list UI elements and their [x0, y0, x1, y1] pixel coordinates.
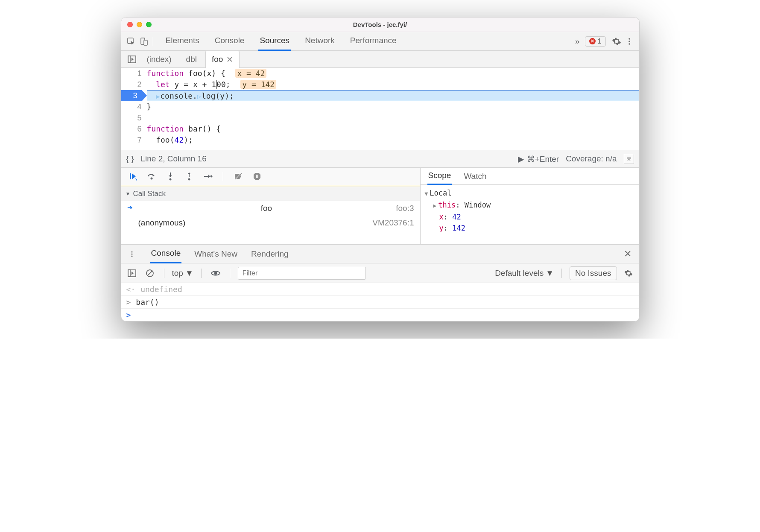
settings-icon[interactable]: [610, 35, 623, 48]
more-tabs-icon[interactable]: »: [575, 37, 580, 46]
call-stack-header[interactable]: ▼ Call Stack: [121, 187, 420, 201]
file-tab-index[interactable]: (index): [141, 51, 178, 67]
svg-point-12: [188, 178, 190, 181]
window-title: DevTools - jec.fyi/: [121, 21, 639, 28]
step-icon[interactable]: [202, 170, 214, 183]
tab-console[interactable]: Console: [213, 32, 246, 51]
tab-network[interactable]: Network: [304, 32, 336, 51]
step-into-icon[interactable]: [164, 170, 177, 183]
chevron-down-icon: ▼: [185, 269, 193, 278]
clear-console-icon[interactable]: [143, 267, 156, 280]
file-tab-foo[interactable]: foo ✕: [205, 51, 240, 68]
line-number[interactable]: 4: [121, 101, 142, 112]
device-toggle-icon[interactable]: [137, 35, 150, 48]
svg-rect-22: [128, 270, 130, 277]
scope-value: 142: [452, 224, 465, 232]
svg-point-11: [169, 178, 171, 181]
input-prompt-icon: >: [126, 310, 131, 319]
call-stack-frame[interactable]: (anonymous) VM20376:1: [121, 216, 420, 230]
tab-elements[interactable]: Elements: [164, 32, 201, 51]
call-stack-title: Call Stack: [133, 190, 166, 198]
svg-point-4: [628, 41, 630, 42]
frame-name: foo: [261, 204, 272, 213]
drawer-tab-rendering[interactable]: Rendering: [250, 245, 289, 263]
kebab-menu-icon[interactable]: [623, 35, 636, 48]
error-count: 1: [598, 38, 602, 45]
devtools-window: DevTools - jec.fyi/ Elements Console Sou…: [121, 17, 640, 322]
close-drawer-icon[interactable]: ✕: [620, 248, 635, 260]
scope-watch-tabs: Scope Watch: [421, 168, 639, 185]
frame-location: VM20376:1: [372, 218, 414, 228]
line-number[interactable]: 7: [121, 134, 142, 146]
console-text: bar(): [136, 298, 159, 307]
file-tab-dbl[interactable]: dbl: [180, 51, 203, 67]
show-navigator-icon[interactable]: [126, 53, 138, 66]
line-number[interactable]: 6: [121, 123, 142, 134]
inline-value-hint: y = 142: [240, 80, 276, 89]
code-lines[interactable]: function foo(x) { x = 42 let y = x + 100…: [147, 68, 639, 150]
console-text: undefined: [140, 285, 182, 294]
frame-name: (anonymous): [127, 218, 186, 228]
scope-value: Window: [465, 201, 491, 209]
line-number[interactable]: 1: [121, 68, 142, 79]
step-out-icon[interactable]: [183, 170, 196, 183]
inspect-element-icon[interactable]: [125, 35, 137, 48]
pause-on-exceptions-icon[interactable]: [251, 170, 263, 183]
drawer-tab-console[interactable]: Console: [150, 244, 182, 263]
console-filter-input[interactable]: [238, 267, 366, 280]
run-snippet-hint[interactable]: ▶︎ ⌘+Enter: [518, 154, 559, 164]
tab-performance[interactable]: Performance: [349, 32, 398, 51]
drawer-tab-whatsnew[interactable]: What's New: [193, 245, 238, 263]
svg-point-3: [628, 38, 630, 40]
scope-tree[interactable]: ▼Local ▶this: Window x: 42 y: 142: [421, 185, 639, 236]
disclosure-triangle-icon[interactable]: ▼: [425, 190, 428, 197]
context-selector[interactable]: top ▼: [172, 269, 193, 278]
tab-watch[interactable]: Watch: [463, 168, 487, 184]
console-prompt[interactable]: >: [121, 309, 639, 321]
live-expression-icon[interactable]: [209, 267, 222, 280]
console-input-line: > bar(): [121, 296, 639, 309]
code-editor[interactable]: 1 2 3 4 5 6 7 function foo(x) { x = 42 l…: [121, 68, 639, 150]
svg-rect-2: [144, 40, 147, 45]
disclosure-triangle-icon[interactable]: ▶: [433, 202, 437, 209]
result-prompt-icon: <·: [126, 285, 136, 294]
svg-rect-8: [130, 173, 131, 179]
console-output[interactable]: <· undefined > bar() >: [121, 283, 639, 321]
console-toolbar: top ▼ Default levels ▼ No Issues: [121, 263, 639, 283]
log-levels-selector[interactable]: Default levels ▼: [495, 269, 554, 278]
line-number[interactable]: 2: [121, 79, 142, 90]
call-stack-frame[interactable]: foo foo:3: [121, 201, 420, 216]
line-gutter[interactable]: 1 2 3 4 5 6 7: [121, 68, 147, 150]
frame-location: foo:3: [396, 204, 414, 213]
input-prompt-icon: >: [126, 298, 131, 307]
inline-value-hint: x = 42: [235, 69, 266, 78]
line-number[interactable]: 5: [121, 112, 142, 123]
console-settings-icon[interactable]: [622, 267, 635, 280]
debugger-pane: ▼ Call Stack foo foo:3 (anonymous) VM203…: [121, 168, 639, 245]
tab-sources[interactable]: Sources: [258, 32, 291, 51]
debugger-toolbar: [121, 168, 420, 187]
deactivate-breakpoints-icon[interactable]: [232, 170, 245, 183]
resume-script-icon[interactable]: [126, 170, 139, 183]
scope-key: this: [438, 201, 456, 209]
sidebar-toggle-icon[interactable]: [624, 154, 634, 164]
tab-scope[interactable]: Scope: [427, 168, 452, 185]
drawer-tabs: Console What's New Rendering ✕: [121, 245, 639, 263]
svg-point-13: [210, 175, 212, 178]
svg-rect-16: [256, 175, 257, 178]
coverage-status: Coverage: n/a: [566, 154, 617, 164]
svg-point-18: [131, 251, 132, 252]
svg-point-20: [131, 255, 132, 257]
svg-rect-17: [257, 175, 258, 178]
step-over-icon[interactable]: [145, 170, 158, 183]
svg-point-25: [214, 272, 217, 275]
error-count-pill[interactable]: ✕ 1: [585, 36, 606, 47]
svg-line-24: [147, 271, 152, 275]
breakpoint-marker[interactable]: 3: [121, 90, 142, 101]
issues-button[interactable]: No Issues: [570, 266, 617, 280]
drawer-menu-icon[interactable]: [126, 248, 138, 260]
svg-marker-9: [135, 178, 137, 181]
pretty-print-icon[interactable]: { }: [126, 154, 134, 164]
console-sidebar-icon[interactable]: [126, 267, 138, 280]
close-tab-icon[interactable]: ✕: [226, 55, 233, 64]
